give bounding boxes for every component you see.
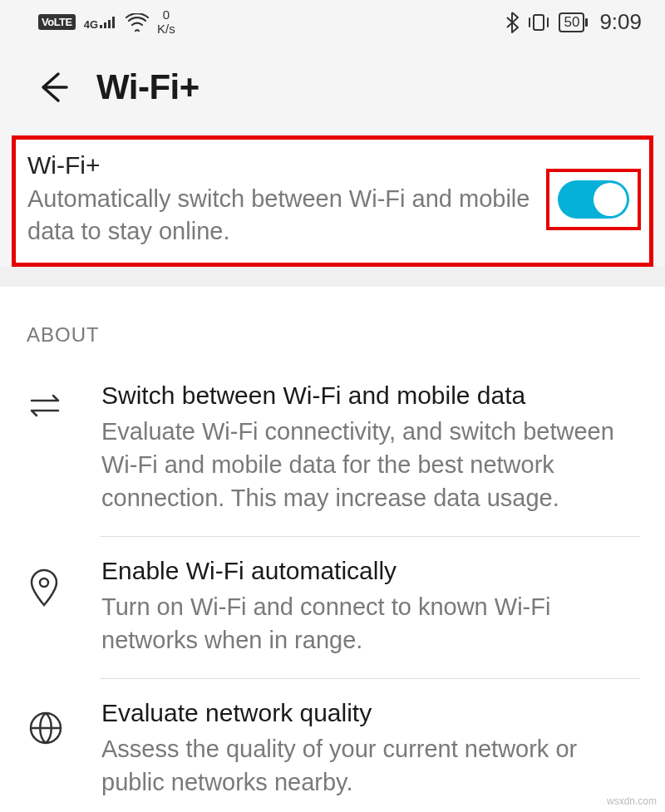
svg-rect-0 [534,15,544,30]
about-label: ABOUT [0,287,665,362]
svg-point-1 [40,578,48,587]
toggle-title: Wi-Fi+ [27,151,534,180]
about-item-desc: Assess the quality of your current netwo… [101,732,640,799]
about-item-title: Switch between Wi-Fi and mobile data [101,381,640,410]
wifi-plus-switch[interactable] [558,180,629,219]
about-item-switch: Switch between Wi-Fi and mobile data Eva… [0,362,665,536]
about-item-auto-enable: Enable Wi-Fi automatically Turn on Wi-Fi… [0,537,665,678]
location-icon [28,557,70,607]
about-item-evaluate: Evaluate network quality Assess the qual… [0,679,665,812]
clock: 9:09 [599,9,642,35]
bluetooth-icon [505,12,519,33]
vibrate-icon [527,12,550,32]
watermark: wsxdn.com [607,795,657,807]
wifi-plus-toggle-card: Wi-Fi+ Automatically switch between Wi-F… [12,135,653,267]
globe-icon [28,699,70,746]
battery-icon: 50 [559,12,584,32]
back-arrow-icon[interactable] [33,69,70,106]
about-item-title: Evaluate network quality [101,699,640,727]
about-item-desc: Evaluate Wi-Fi connectivity, and switch … [101,415,640,514]
about-section: ABOUT Switch between Wi-Fi and mobile da… [0,287,665,812]
toggle-description: Automatically switch between Wi-Fi and m… [27,183,534,248]
about-item-title: Enable Wi-Fi automatically [101,557,640,585]
wifi-plus-toggle-row[interactable]: Wi-Fi+ Automatically switch between Wi-F… [27,151,641,248]
volte-badge: VoLTE [38,14,76,30]
page-header: Wi-Fi+ [0,42,665,135]
net-speed: 0 K/s [157,8,175,36]
toggle-switch-highlight [546,169,641,230]
wifi-icon [126,13,149,32]
arrows-icon [28,381,70,418]
signal-4g-icon: 4G [84,15,117,30]
status-left: VoLTE 4G 0 K/s [38,8,175,36]
page-title: Wi-Fi+ [96,67,200,107]
about-item-desc: Turn on Wi-Fi and connect to known Wi-Fi… [101,590,640,657]
status-bar: VoLTE 4G 0 K/s 50 9:09 [0,0,665,42]
section-divider [0,267,665,287]
status-right: 50 9:09 [505,9,642,35]
